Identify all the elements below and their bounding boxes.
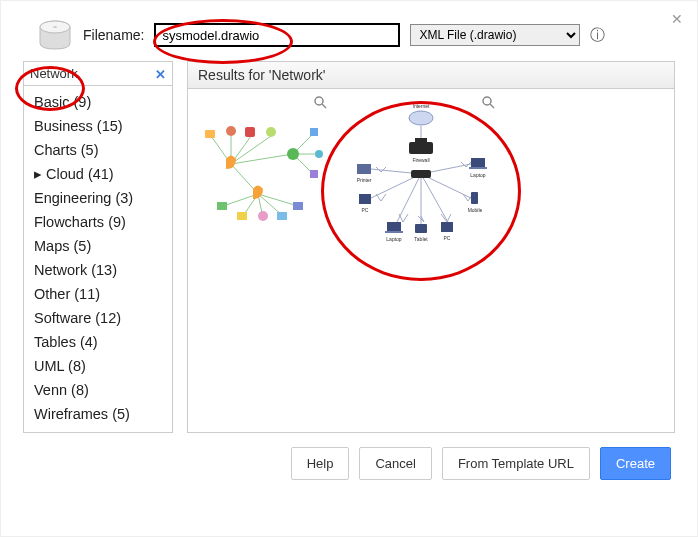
filename-input[interactable] xyxy=(154,23,400,47)
template-thumbnail[interactable] xyxy=(192,93,332,233)
sidebar: ✕ Basic (9)Business (15)Charts (5)▸Cloud… xyxy=(23,61,173,433)
category-label: Wireframes (5) xyxy=(34,406,130,422)
svg-rect-31 xyxy=(293,202,303,210)
svg-rect-24 xyxy=(310,128,318,136)
template-preview-icon: Internet Firewall Printer Laptop xyxy=(341,94,501,254)
category-label: Basic (9) xyxy=(34,94,91,110)
svg-point-32 xyxy=(483,97,491,105)
svg-rect-27 xyxy=(217,202,227,210)
filetype-select[interactable]: XML File (.drawio) xyxy=(410,24,580,46)
svg-rect-26 xyxy=(310,170,318,178)
category-item[interactable]: Basic (9) xyxy=(24,90,172,114)
zoom-icon[interactable] xyxy=(314,96,327,112)
category-item[interactable]: Software (12) xyxy=(24,306,172,330)
svg-rect-41 xyxy=(357,164,371,174)
results-panel: Results for 'Network' xyxy=(187,61,675,433)
category-item[interactable]: Maps (5) xyxy=(24,234,172,258)
new-file-dialog: ✕ Filename: XML File (.drawio) ⓘ ✕ Basic… xyxy=(0,0,698,537)
dialog-header: Filename: XML File (.drawio) ⓘ xyxy=(37,19,675,51)
svg-point-23 xyxy=(287,148,299,160)
svg-rect-21 xyxy=(245,127,255,137)
category-item[interactable]: ▸Cloud (41) xyxy=(24,162,172,186)
svg-line-18 xyxy=(258,194,298,206)
close-icon[interactable]: ✕ xyxy=(671,11,683,27)
results-body: Internet Firewall Printer Laptop xyxy=(187,89,675,433)
template-preview-icon xyxy=(193,94,333,234)
svg-text:Firewall: Firewall xyxy=(412,157,429,163)
svg-rect-28 xyxy=(237,212,247,220)
svg-rect-46 xyxy=(359,194,371,204)
disk-icon xyxy=(37,19,73,51)
category-label: Engineering (3) xyxy=(34,190,133,206)
svg-point-20 xyxy=(226,126,236,136)
cancel-button[interactable]: Cancel xyxy=(359,447,431,480)
svg-point-29 xyxy=(258,211,268,221)
svg-rect-19 xyxy=(205,130,215,138)
svg-line-9 xyxy=(231,154,293,164)
svg-rect-44 xyxy=(469,167,487,169)
filename-label: Filename: xyxy=(83,27,144,43)
svg-line-4 xyxy=(322,104,326,108)
category-item[interactable]: Wireframes (5) xyxy=(24,402,172,426)
svg-text:PC: PC xyxy=(444,235,451,241)
category-item[interactable]: Charts (5) xyxy=(24,138,172,162)
svg-text:Mobile: Mobile xyxy=(468,207,483,213)
template-thumbnail[interactable]: Internet Firewall Printer Laptop xyxy=(340,93,500,253)
svg-rect-37 xyxy=(409,142,433,154)
help-icon[interactable]: ⓘ xyxy=(590,26,605,45)
category-list[interactable]: Basic (9)Business (15)Charts (5)▸Cloud (… xyxy=(24,86,172,432)
category-label: Venn (8) xyxy=(34,382,89,398)
main-content: ✕ Basic (9)Business (15)Charts (5)▸Cloud… xyxy=(23,61,675,433)
category-label: Business (15) xyxy=(34,118,123,134)
category-label: Charts (5) xyxy=(34,142,98,158)
svg-rect-30 xyxy=(277,212,287,220)
search-input[interactable] xyxy=(30,66,166,81)
help-button[interactable]: Help xyxy=(291,447,350,480)
clear-search-icon[interactable]: ✕ xyxy=(155,66,166,81)
svg-point-35 xyxy=(409,111,433,125)
category-item[interactable]: Other (11) xyxy=(24,282,172,306)
category-label: Tables (4) xyxy=(34,334,98,350)
category-label: Cloud (41) xyxy=(46,166,114,182)
svg-text:PC: PC xyxy=(362,207,369,213)
create-button[interactable]: Create xyxy=(600,447,671,480)
svg-line-14 xyxy=(223,194,258,206)
svg-rect-48 xyxy=(471,192,478,204)
svg-text:Laptop: Laptop xyxy=(470,172,486,178)
svg-rect-50 xyxy=(387,222,401,231)
svg-text:Laptop: Laptop xyxy=(386,236,402,242)
svg-point-22 xyxy=(266,127,276,137)
svg-point-25 xyxy=(315,150,323,158)
search-box: ✕ xyxy=(24,62,172,86)
svg-line-33 xyxy=(490,104,494,108)
results-header: Results for 'Network' xyxy=(187,61,675,89)
svg-point-2 xyxy=(53,26,57,28)
category-item[interactable]: Business (15) xyxy=(24,114,172,138)
category-item[interactable]: UML (8) xyxy=(24,354,172,378)
svg-rect-38 xyxy=(415,138,427,143)
category-label: Software (12) xyxy=(34,310,121,326)
svg-line-8 xyxy=(231,136,271,164)
zoom-icon[interactable] xyxy=(482,96,495,112)
category-item[interactable]: Flowcharts (9) xyxy=(24,210,172,234)
svg-text:Tablet: Tablet xyxy=(414,236,428,242)
svg-rect-40 xyxy=(411,170,431,178)
expand-icon: ▸ xyxy=(34,166,44,182)
category-label: UML (8) xyxy=(34,358,86,374)
from-template-url-button[interactable]: From Template URL xyxy=(442,447,590,480)
svg-rect-51 xyxy=(385,231,403,233)
svg-rect-53 xyxy=(415,224,427,233)
category-label: Other (11) xyxy=(34,286,100,302)
category-label: Flowcharts (9) xyxy=(34,214,126,230)
category-item[interactable]: Network (13) xyxy=(24,258,172,282)
svg-text:Printer: Printer xyxy=(357,177,372,183)
category-item[interactable]: Engineering (3) xyxy=(24,186,172,210)
svg-point-3 xyxy=(315,97,323,105)
category-item[interactable]: Venn (8) xyxy=(24,378,172,402)
svg-text:Internet: Internet xyxy=(413,103,431,109)
category-item[interactable]: Tables (4) xyxy=(24,330,172,354)
category-label: Network (13) xyxy=(34,262,117,278)
button-row: Help Cancel From Template URL Create xyxy=(23,447,675,480)
category-label: Maps (5) xyxy=(34,238,91,254)
svg-rect-43 xyxy=(471,158,485,167)
